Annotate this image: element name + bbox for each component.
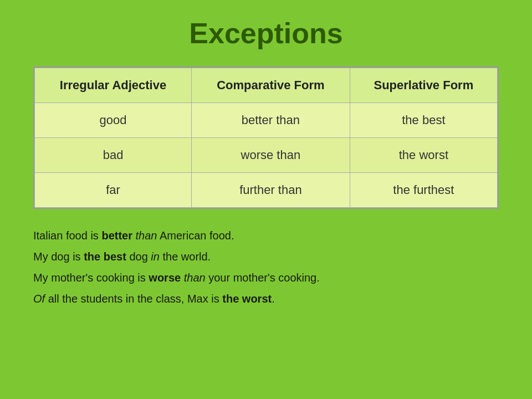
ex4-text1: all the students in the class, Max is — [45, 293, 222, 305]
cell-comparative-2: further than — [192, 173, 350, 208]
ex1-rest: American food. — [157, 229, 234, 242]
ex3-text1: My mother's cooking is — [33, 272, 149, 284]
ex2-rest: the world. — [160, 250, 211, 263]
col-header-comparative: Comparative Form — [192, 68, 350, 103]
ex2-in: in — [151, 250, 160, 263]
cell-irregular-0: good — [35, 103, 192, 138]
ex4-period: . — [272, 293, 275, 305]
ex4-worst: the worst — [222, 293, 272, 305]
cell-irregular-2: far — [35, 173, 192, 208]
exceptions-table: Irregular Adjective Comparative Form Sup… — [34, 68, 498, 208]
table-row: badworse thanthe worst — [35, 138, 498, 173]
ex3-worse: worse — [149, 272, 181, 284]
example-2: My dog is the best dog in the world. — [33, 247, 499, 267]
cell-irregular-1: bad — [35, 138, 192, 173]
examples-section: Italian food is better than American foo… — [33, 226, 499, 309]
col-header-irregular: Irregular Adjective — [35, 68, 192, 103]
cell-comparative-1: worse than — [192, 138, 350, 173]
col-header-superlative: Superlative Form — [350, 68, 497, 103]
table-header-row: Irregular Adjective Comparative Form Sup… — [35, 68, 498, 103]
ex3-rest: your mother's cooking. — [206, 272, 320, 284]
page-title: Exceptions — [33, 17, 499, 50]
example-1: Italian food is better than American foo… — [33, 226, 499, 245]
example-4: Of all the students in the class, Max is… — [33, 289, 499, 309]
page-container: Exceptions Irregular Adjective Comparati… — [0, 0, 532, 399]
cell-superlative-2: the furthest — [350, 173, 497, 208]
cell-superlative-1: the worst — [350, 138, 497, 173]
ex4-of: Of — [33, 293, 45, 305]
ex1-better: better — [101, 229, 132, 242]
ex1-than: than — [136, 229, 157, 242]
table-row: goodbetter thanthe best — [35, 103, 498, 138]
ex2-text1: My dog is — [33, 250, 84, 263]
ex2-dog: dog — [126, 250, 151, 263]
cell-superlative-0: the best — [350, 103, 497, 138]
exceptions-table-wrapper: Irregular Adjective Comparative Form Sup… — [33, 66, 499, 209]
example-3: My mother's cooking is worse than your m… — [33, 268, 499, 288]
table-row: farfurther thanthe furthest — [35, 173, 498, 208]
ex1-text1: Italian food is — [33, 229, 101, 242]
cell-comparative-0: better than — [192, 103, 350, 138]
ex3-than: than — [184, 272, 206, 284]
ex2-best: the best — [84, 250, 126, 263]
